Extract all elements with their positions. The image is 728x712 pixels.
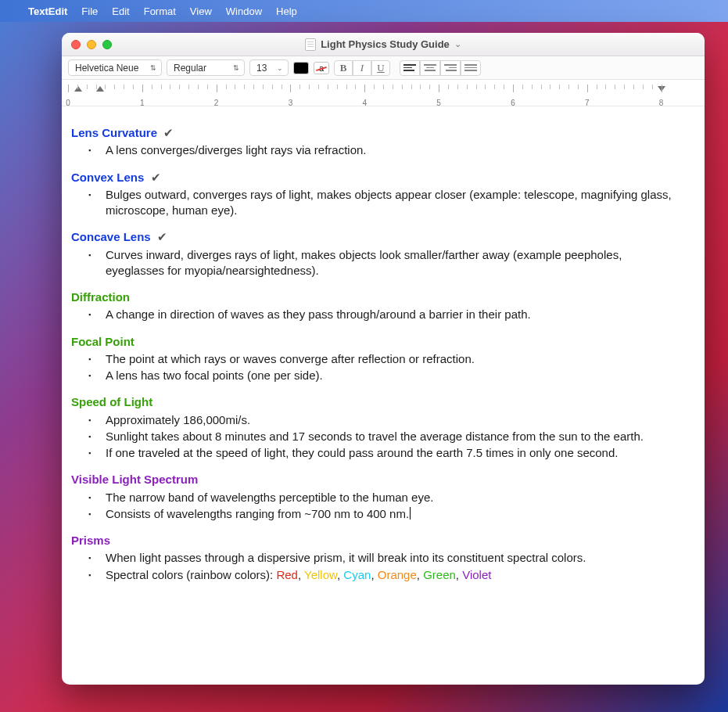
section-heading: Lens Curvature ✔ bbox=[71, 125, 683, 141]
menu-edit[interactable]: Edit bbox=[112, 5, 129, 17]
list-item: Spectral colors (rainbow colors): Red, Y… bbox=[71, 567, 683, 583]
document-icon bbox=[305, 38, 316, 51]
alignment-group bbox=[400, 60, 481, 76]
ruler-number: 3 bbox=[289, 99, 293, 107]
font-size-value: 13 bbox=[256, 63, 267, 74]
ruler-number: 5 bbox=[436, 99, 441, 107]
chevron-down-icon: ⌄ bbox=[454, 39, 461, 49]
align-justify-button[interactable] bbox=[461, 60, 481, 76]
list-item: A lens converges/diverges light rays via… bbox=[71, 142, 683, 158]
dropdown-arrows-icon: ⇅ bbox=[150, 64, 156, 72]
section-heading: Visible Light Spectrum bbox=[71, 472, 683, 487]
align-center-button[interactable] bbox=[420, 60, 440, 76]
checkmark-icon: ✔ bbox=[147, 171, 160, 184]
ruler-number: 0 bbox=[66, 99, 70, 107]
menu-window[interactable]: Window bbox=[226, 5, 262, 17]
font-style-value: Regular bbox=[174, 63, 206, 74]
ruler-number: 2 bbox=[214, 99, 219, 107]
list-item: If one traveled at the speed of light, t… bbox=[71, 445, 683, 461]
menu-help[interactable]: Help bbox=[276, 5, 297, 17]
ruler[interactable]: 012345678 bbox=[62, 80, 705, 106]
spectral-color: Red bbox=[276, 568, 298, 581]
bullet-list: Approximately 186,000mi/s.Sunlight takes… bbox=[71, 412, 683, 462]
menubar: TextEdit File Edit Format View Window He… bbox=[0, 0, 728, 22]
text-cursor bbox=[410, 507, 411, 520]
text-color-swatch[interactable] bbox=[293, 62, 309, 74]
checkmark-icon: ✔ bbox=[160, 126, 174, 139]
bullet-list: A change in direction of waves as they p… bbox=[71, 307, 683, 322]
ruler-number: 6 bbox=[511, 99, 515, 107]
list-item: Sunlight takes about 8 minutes and 17 se… bbox=[71, 429, 683, 444]
highlight-color-swatch[interactable] bbox=[314, 62, 329, 74]
list-item: Consists of wavelengths ranging from ~70… bbox=[71, 506, 683, 522]
bullet-list: The point at which rays or waves converg… bbox=[71, 351, 683, 384]
list-item: Bulges outward, converges rays of light,… bbox=[71, 187, 683, 219]
underline-button[interactable]: U bbox=[371, 60, 390, 76]
align-right-button[interactable] bbox=[440, 60, 461, 76]
ruler-number: 4 bbox=[363, 99, 368, 107]
section-heading: Diffraction bbox=[71, 289, 683, 305]
spectral-color: Green bbox=[423, 568, 456, 581]
window-title-text: Light Physics Study Guide bbox=[321, 38, 450, 50]
font-family-value: Helvetica Neue bbox=[75, 63, 138, 74]
document-body[interactable]: Lens Curvature ✔A lens converges/diverge… bbox=[62, 106, 705, 685]
font-style-select[interactable]: Regular ⇅ bbox=[167, 59, 245, 76]
titlebar: Light Physics Study Guide ⌄ bbox=[62, 33, 705, 56]
bullet-list: When light passes through a dispersive p… bbox=[71, 550, 683, 583]
formatting-toolbar: Helvetica Neue ⇅ Regular ⇅ 13 ⌄ B I U bbox=[62, 56, 705, 80]
chevron-down-icon: ⌄ bbox=[277, 64, 283, 72]
list-item: A change in direction of waves as they p… bbox=[71, 307, 683, 322]
section-heading: Convex Lens ✔ bbox=[71, 170, 683, 185]
font-size-select[interactable]: 13 ⌄ bbox=[249, 59, 289, 76]
list-item: When light passes through a dispersive p… bbox=[71, 550, 683, 566]
list-item: The narrow band of wavelengths perceptib… bbox=[71, 490, 683, 505]
align-left-button[interactable] bbox=[400, 60, 420, 76]
checkmark-icon: ✔ bbox=[154, 230, 167, 243]
italic-button[interactable]: I bbox=[353, 60, 371, 76]
spectral-color: Cyan bbox=[343, 568, 371, 581]
bold-button[interactable]: B bbox=[334, 60, 353, 76]
ruler-number: 8 bbox=[659, 99, 664, 107]
spectral-color: Violet bbox=[462, 568, 491, 581]
spectral-color: Yellow bbox=[304, 568, 337, 581]
list-item: Approximately 186,000mi/s. bbox=[71, 412, 683, 428]
bullet-list: A lens converges/diverges light rays via… bbox=[71, 142, 683, 158]
menu-view[interactable]: View bbox=[190, 5, 212, 17]
bullet-list: The narrow band of wavelengths perceptib… bbox=[71, 490, 683, 523]
textedit-window: Light Physics Study Guide ⌄ Helvetica Ne… bbox=[62, 33, 705, 685]
font-family-select[interactable]: Helvetica Neue ⇅ bbox=[68, 59, 162, 76]
bullet-list: Bulges outward, converges rays of light,… bbox=[71, 187, 683, 219]
window-title[interactable]: Light Physics Study Guide ⌄ bbox=[62, 38, 705, 51]
section-heading: Prisms bbox=[71, 533, 683, 548]
list-item: A lens has two focal points (one per sid… bbox=[71, 368, 683, 383]
section-heading: Focal Point bbox=[71, 334, 683, 350]
menu-file[interactable]: File bbox=[81, 5, 98, 17]
ruler-number: 7 bbox=[585, 99, 590, 107]
text-style-group: B I U bbox=[334, 60, 390, 76]
section-heading: Concave Lens ✔ bbox=[71, 229, 683, 245]
list-item: The point at which rays or waves converg… bbox=[71, 351, 683, 367]
ruler-number: 1 bbox=[140, 99, 145, 107]
section-heading: Speed of Light bbox=[71, 394, 683, 410]
list-item: Curves inward, diverges rays of light, m… bbox=[71, 247, 683, 279]
bullet-list: Curves inward, diverges rays of light, m… bbox=[71, 247, 683, 279]
app-name[interactable]: TextEdit bbox=[28, 5, 67, 17]
spectral-color: Orange bbox=[378, 568, 417, 581]
menu-format[interactable]: Format bbox=[144, 5, 176, 17]
dropdown-arrows-icon: ⇅ bbox=[233, 64, 239, 72]
